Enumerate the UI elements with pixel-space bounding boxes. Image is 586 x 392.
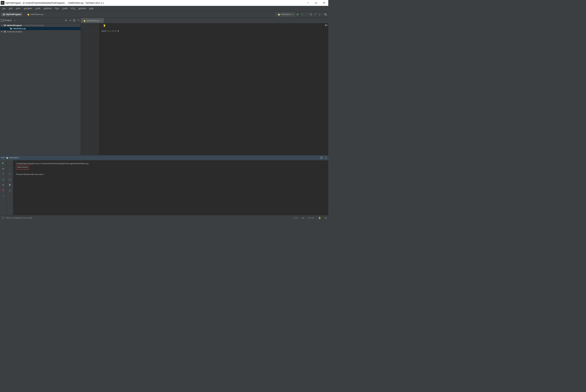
minimize-button[interactable]: ─ [306, 1, 310, 5]
pin-tab-button[interactable]: ✖ [2, 189, 5, 192]
stop-button: ▮▮ [2, 167, 5, 170]
run-button[interactable] [296, 13, 299, 16]
svg-rect-3 [316, 14, 316, 14]
split-editor-icon[interactable] [325, 24, 328, 26]
settings-icon[interactable] [320, 156, 323, 159]
settings-icon[interactable] [73, 19, 76, 22]
navigation-bar: MyFirstProgram 〉 HelloPython.py 〉 HelloP… [0, 11, 328, 18]
rerun-button[interactable] [2, 162, 5, 165]
intention-bulb-icon[interactable]: 💡 [103, 24, 106, 27]
run-panel-header[interactable]: Run HelloPython ⤓ [0, 155, 328, 160]
tree-root-path: C:\Users\Power\Desktop\ [22, 24, 44, 26]
help-button[interactable]: ? [2, 194, 5, 198]
menu-run[interactable]: Run [54, 6, 60, 10]
scroll-from-source-icon[interactable]: ⊕ [65, 19, 67, 22]
clear-all-button[interactable] [8, 189, 11, 192]
up-button: ↑ [8, 162, 11, 165]
svg-point-6 [324, 14, 326, 15]
svg-rect-11 [9, 178, 11, 180]
console-output[interactable]: C:\Intel\Python3\python.exe C:/Users/Pow… [13, 160, 328, 215]
lock-icon[interactable]: 🔓 [318, 216, 321, 219]
svg-line-7 [326, 15, 327, 16]
debug-button[interactable] [300, 13, 304, 16]
breadcrumb-sep-icon: 〉 [44, 13, 46, 16]
breadcrumb-file-label: HelloPython.py [30, 13, 43, 16]
project-panel-header[interactable]: Project ⊕ ⇥ ⥃ [0, 18, 80, 23]
collapse-all-icon[interactable]: ⇥ [69, 19, 71, 22]
print-button[interactable] [8, 184, 11, 186]
main-content: Project ⊕ ⇥ ⥃ ▼ MyFirstProgram C:\Users\… [0, 18, 328, 155]
tree-file-item[interactable]: HelloPython.py [0, 27, 80, 30]
file-encoding[interactable]: UTF-8÷ [308, 217, 314, 219]
console-output-highlight: Hello World! [16, 165, 29, 170]
expand-icon[interactable]: ▼ [1, 24, 3, 26]
menu-code[interactable]: Code [34, 6, 42, 10]
run-toolbar-secondary: ↑ ↓ [6, 160, 13, 215]
svg-rect-14 [2, 217, 4, 218]
breadcrumb-project[interactable]: MyFirstProgram [1, 13, 22, 16]
run-title-name: HelloPython [9, 156, 19, 159]
menu-bar: File Edit View Navigate Code Refactor Ru… [0, 6, 328, 11]
pause-button [2, 172, 5, 176]
menu-window[interactable]: Window [77, 6, 88, 10]
breadcrumb-file[interactable]: HelloPython.py [27, 13, 43, 16]
concurrency-button[interactable] [314, 13, 317, 16]
inspection-icon[interactable]: ☻ [325, 217, 327, 219]
tree-project-root[interactable]: ▼ MyFirstProgram C:\Users\Power\Desktop\ [0, 24, 80, 27]
coverage-button[interactable] [305, 13, 308, 16]
menu-refactor[interactable]: Refactor [42, 6, 54, 10]
status-bar: PEP 8: no newline at end of file 2:13 n/… [0, 215, 328, 220]
code-editor[interactable]: 💡 1 print("Hello World!") [81, 23, 328, 155]
hide-panel-icon[interactable]: ⥃ [77, 19, 80, 22]
run-config-selector[interactable]: HelloPython [276, 12, 295, 17]
project-tree[interactable]: ▼ MyFirstProgram C:\Users\Power\Desktop\… [0, 23, 80, 34]
run-tool-window: Run HelloPython ⤓ ▮▮ ✖ ? ↑ ↓ C:\Intel\Py… [0, 155, 328, 215]
python-file-icon [10, 27, 12, 30]
menu-view[interactable]: View [14, 6, 22, 10]
restore-layout-button[interactable] [2, 184, 5, 186]
status-message: PEP 8: no newline at end of file [6, 217, 32, 219]
insert-mode[interactable]: n/a [301, 217, 304, 219]
scroll-to-end-button[interactable] [8, 178, 11, 181]
menu-navigate[interactable]: Navigate [22, 6, 34, 10]
profile-button[interactable] [310, 13, 312, 16]
python-file-icon [27, 13, 30, 16]
editor-tabs: HelloPython.py × [81, 18, 328, 23]
soft-wrap-button[interactable] [8, 172, 11, 176]
project-tool-window: Project ⊕ ⇥ ⥃ ▼ MyFirstProgram C:\Users\… [0, 18, 81, 155]
close-tab-icon[interactable]: × [101, 20, 102, 22]
editor-gutter[interactable]: 1 [81, 23, 99, 155]
dump-threads-button[interactable] [2, 178, 5, 181]
libraries-icon [4, 30, 6, 32]
expand-icon[interactable]: ▶ [1, 30, 3, 32]
run-config-label: HelloPython [281, 13, 291, 16]
code-content[interactable]: print("Hello World!") [99, 23, 121, 155]
svg-rect-5 [319, 14, 320, 15]
chevron-down-icon[interactable] [14, 20, 15, 21]
editor-tab-label: HelloPython.py [86, 20, 100, 22]
hide-panel-icon[interactable]: ⤓ [324, 156, 327, 159]
python-file-icon [83, 20, 86, 22]
line-number: 1 [81, 30, 96, 32]
cursor-position[interactable]: 2:13 [294, 217, 298, 219]
status-messages-icon[interactable] [2, 216, 4, 219]
close-button[interactable]: ✕ [322, 1, 326, 5]
breadcrumb-sep-icon: 〉 [24, 13, 26, 16]
svg-rect-9 [4, 173, 4, 175]
menu-help[interactable]: Help [88, 6, 95, 10]
folder-icon [3, 14, 5, 16]
tree-external-libraries[interactable]: ▶ External Libraries [0, 30, 80, 33]
python-icon [278, 13, 280, 16]
run-toolbar-primary: ▮▮ ✖ ? [0, 160, 6, 215]
svg-rect-0 [306, 13, 308, 16]
down-button: ↓ [8, 167, 11, 170]
bug-icon [301, 13, 303, 16]
menu-tools[interactable]: Tools [60, 6, 69, 10]
maximize-button[interactable]: ◻ [314, 1, 318, 5]
menu-edit[interactable]: Edit [7, 6, 14, 10]
search-button[interactable] [324, 13, 327, 16]
menu-vcs[interactable]: VCS [69, 6, 77, 10]
editor-tab[interactable]: HelloPython.py × [81, 18, 104, 23]
python-icon [6, 156, 8, 159]
menu-file[interactable]: File [1, 6, 7, 10]
